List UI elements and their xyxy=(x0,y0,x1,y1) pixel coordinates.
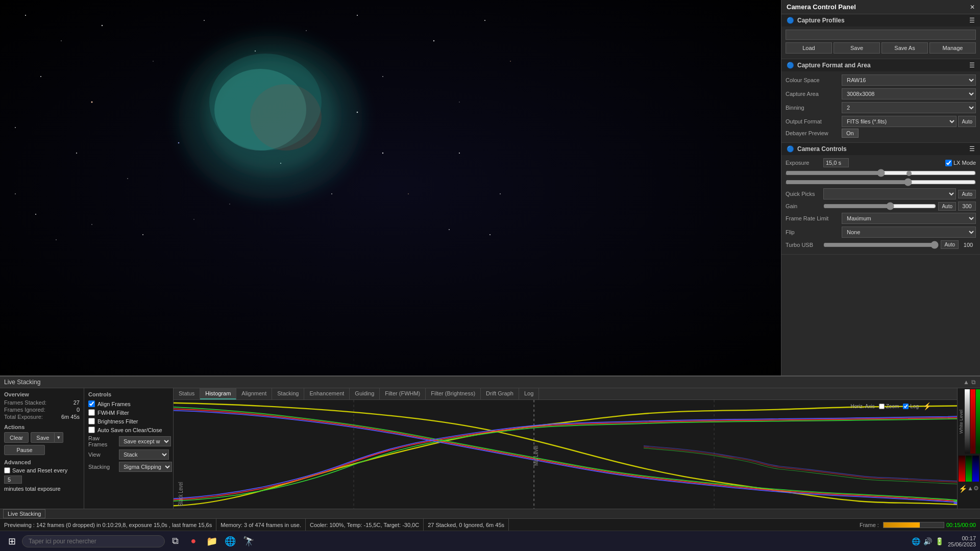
chart-controls: Horiz. Axis Zoom Log ⚡ xyxy=(851,402,932,410)
flip-select[interactable]: None xyxy=(842,227,976,238)
tab-histogram[interactable]: Histogram xyxy=(200,388,236,399)
stacking-select[interactable]: Sigma Clipping xyxy=(119,462,172,472)
exposure-slider[interactable] xyxy=(786,170,976,176)
settings-icon[interactable]: ⚙ xyxy=(973,485,979,493)
capture-format-header[interactable]: 🔵 Capture Format and Area ☰ xyxy=(781,59,980,71)
capture-format-title: Capture Format and Area xyxy=(797,62,871,69)
capture-profiles-header[interactable]: 🔵 Capture Profiles ☰ xyxy=(781,14,980,27)
turbo-auto-button[interactable]: Auto xyxy=(941,240,959,249)
tab-alignment[interactable]: Alignment xyxy=(236,388,272,399)
tab-stacking[interactable]: Stacking xyxy=(272,388,304,399)
detach-icon[interactable]: ⧉ xyxy=(971,379,976,386)
tab-guiding[interactable]: Guiding xyxy=(350,388,380,399)
quick-picks-auto-button[interactable]: Auto xyxy=(958,190,976,198)
svg-point-9 xyxy=(382,76,383,77)
volume-icon[interactable]: 🔊 xyxy=(923,537,932,545)
turbo-usb-slider[interactable] xyxy=(823,241,939,249)
save-as-button[interactable]: Save As xyxy=(881,42,928,54)
svg-point-20 xyxy=(331,193,332,194)
view-select[interactable]: Stack xyxy=(119,449,169,460)
tab-enhancement[interactable]: Enhancement xyxy=(304,388,350,399)
network-icon[interactable]: 🌐 xyxy=(912,537,920,545)
minutes-input[interactable] xyxy=(4,475,22,484)
explorer-icon[interactable]: 📁 xyxy=(204,533,220,549)
zoom-label: Zoom xyxy=(879,404,899,409)
panel-title: Camera Control Panel xyxy=(787,3,856,11)
turbo-usb-label: Turbo USB xyxy=(786,242,821,248)
output-format-select[interactable]: FITS files (*.fits) xyxy=(842,116,957,127)
raw-frames-label: Raw Frames xyxy=(88,435,116,447)
frame-rate-select[interactable]: Maximum xyxy=(842,213,976,224)
close-icon[interactable]: ✕ xyxy=(970,4,975,11)
svg-point-11 xyxy=(459,102,459,102)
binning-select[interactable]: 2 xyxy=(842,102,976,113)
tab-log[interactable]: Log xyxy=(519,388,539,399)
save-button[interactable]: Save xyxy=(31,432,55,443)
binning-label: Binning xyxy=(786,105,842,111)
controls-title: Controls xyxy=(88,391,169,397)
live-stacking-tab[interactable]: Live Stacking xyxy=(3,509,45,518)
svg-point-8 xyxy=(357,15,358,16)
gain-auto-button[interactable]: Auto xyxy=(938,202,956,211)
exposure-input[interactable] xyxy=(823,158,849,167)
load-button[interactable]: Load xyxy=(786,42,832,54)
edge-icon[interactable]: 🌐 xyxy=(222,533,238,549)
debayer-label: Debayer Preview xyxy=(786,130,842,136)
view-row: View Stack xyxy=(88,449,169,460)
pause-button[interactable]: Pause xyxy=(4,445,45,455)
start-button[interactable]: ⊞ xyxy=(4,534,20,549)
auto-save-checkbox[interactable] xyxy=(88,427,95,433)
taskview-button[interactable]: ⧉ xyxy=(167,533,183,549)
stacked-status: 27 Stacked, 0 Ignored, 6m 45s xyxy=(424,519,509,531)
overview-title: Overview xyxy=(4,391,80,397)
save-reset-checkbox[interactable] xyxy=(4,467,10,473)
colour-space-select[interactable]: RAW16 xyxy=(842,74,976,86)
tab-status[interactable]: Status xyxy=(174,388,200,399)
frame-time: 00:15/00:00 xyxy=(946,522,976,528)
log-checkbox[interactable] xyxy=(903,404,909,409)
menu-icon2[interactable]: ☰ xyxy=(969,62,975,69)
lx-mode-checkbox[interactable] xyxy=(945,160,952,166)
svg-text:Black Level: Black Level xyxy=(177,482,184,506)
gain-slider[interactable] xyxy=(823,202,936,210)
output-auto-button[interactable]: Auto xyxy=(958,116,976,127)
fwhm-filter-row: FWHM Filter xyxy=(88,409,169,416)
zoom-checkbox[interactable] xyxy=(879,404,885,409)
live-stacking-header: Live Stacking ▲ ⧉ xyxy=(0,377,980,388)
camera-controls-section: 🔵 Camera Controls ☰ Exposure LX Mode xyxy=(781,143,980,255)
minutes-label: minutes total exposure xyxy=(4,486,61,492)
fwhm-filter-checkbox[interactable] xyxy=(88,409,95,416)
tab-filter-brightness[interactable]: Filter (Brightness) xyxy=(426,388,481,399)
svg-text:Mid Level: Mid Level xyxy=(532,446,539,466)
save-arrow-button[interactable]: ▾ xyxy=(55,432,63,443)
battery-icon[interactable]: 🔋 xyxy=(935,537,944,545)
exposure-fine-slider[interactable] xyxy=(786,180,976,185)
collapse-icon3: 🔵 xyxy=(787,145,794,153)
exposure-row: Exposure LX Mode xyxy=(786,158,976,167)
menu-icon[interactable]: ☰ xyxy=(969,17,975,24)
brightness-filter-checkbox[interactable] xyxy=(88,418,95,424)
capture-area-select[interactable]: 3008x3008 xyxy=(842,88,976,99)
chrome-icon[interactable]: ● xyxy=(185,533,202,549)
quick-picks-select[interactable] xyxy=(823,188,956,199)
frames-stacked-value: 27 xyxy=(74,399,80,406)
clock-time: 00:17 xyxy=(948,535,976,541)
auto-stretch-icon[interactable]: ⚡ xyxy=(959,485,967,493)
save-profile-button[interactable]: Save xyxy=(834,42,880,54)
raw-frames-select[interactable]: Save except w xyxy=(119,436,171,446)
app-icon[interactable]: 🔭 xyxy=(240,533,257,549)
profile-search-input[interactable] xyxy=(786,30,976,40)
align-frames-checkbox[interactable] xyxy=(88,400,95,407)
menu-icon3[interactable]: ☰ xyxy=(969,145,975,153)
clear-button[interactable]: Clear xyxy=(4,432,29,443)
actions-title: Actions xyxy=(4,424,80,430)
up-icon[interactable]: ▲ xyxy=(967,485,973,493)
lx-mode-label: LX Mode xyxy=(953,160,976,166)
tab-drift-graph[interactable]: Drift Graph xyxy=(481,388,519,399)
taskbar-search[interactable] xyxy=(22,535,165,547)
tab-filter-fwhm[interactable]: Filter (FWHM) xyxy=(380,388,426,399)
camera-controls-header[interactable]: 🔵 Camera Controls ☰ xyxy=(781,143,980,155)
manage-button[interactable]: Manage xyxy=(929,42,976,54)
lightning-icon[interactable]: ⚡ xyxy=(923,402,932,410)
expand-icon[interactable]: ▲ xyxy=(963,379,969,386)
